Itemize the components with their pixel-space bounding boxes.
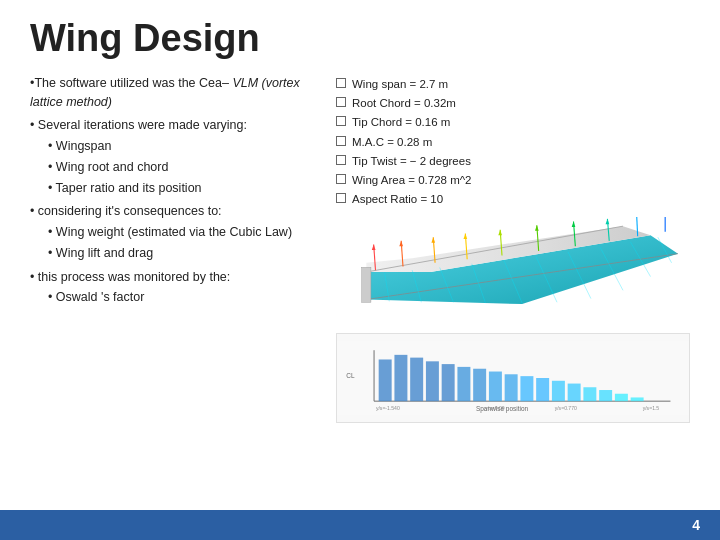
svg-marker-10 <box>372 244 376 250</box>
process-text: • this process was monitored by the: <box>30 268 320 287</box>
intro-text: •The software utilized was the Cea– VLM … <box>30 74 320 112</box>
spec-text-2: Root Chord = 0.32m <box>352 95 456 112</box>
spec-text-6: Wing Area = 0.728 m^2 <box>352 172 472 189</box>
wingspan-item: • Wingspan <box>48 137 320 156</box>
wing-lift-item: • Wing lift and drag <box>48 244 320 263</box>
svg-marker-11 <box>399 240 403 246</box>
iterations-header: • Several iterations were made varying: <box>30 116 320 135</box>
svg-marker-13 <box>464 233 468 239</box>
bar-14 <box>583 387 596 401</box>
spec-root-chord: Root Chord = 0.32m <box>336 95 690 112</box>
slide: Wing Design •The software utilized was t… <box>0 0 720 540</box>
chart-svg: CL Spanwise position y/s=-1.540 y/s=0.00… <box>337 334 689 422</box>
wing-root-rect <box>362 267 371 302</box>
bar-12 <box>552 380 565 400</box>
svg-marker-14 <box>498 229 502 235</box>
chart-label-mid2: y/s=0.770 <box>555 405 577 411</box>
bar-3 <box>410 357 423 401</box>
chart-area: CL Spanwise position y/s=-1.540 y/s=0.00… <box>336 333 690 423</box>
taper-ratio-item: • Taper ratio and its position <box>48 179 320 198</box>
spec-text-1: Wing span = 2.7 m <box>352 76 448 93</box>
intro-normal: •The software utilized was the Cea– <box>30 76 232 90</box>
checkbox-icon-7 <box>336 193 346 203</box>
checkbox-icon-2 <box>336 97 346 107</box>
bar-8 <box>489 371 502 401</box>
checkbox-icon-3 <box>336 116 346 126</box>
svg-marker-12 <box>431 237 435 243</box>
bar-2 <box>394 354 407 400</box>
bar-10 <box>520 376 533 401</box>
svg-marker-16 <box>572 221 576 227</box>
spec-wingspan: Wing span = 2.7 m <box>336 76 690 93</box>
bar-9 <box>505 374 518 401</box>
wing-weight-item: • Wing weight (estimated via the Cubic L… <box>48 223 320 242</box>
spec-tip-twist: Tip Twist = − 2 degrees <box>336 153 690 170</box>
bar-11 <box>536 378 549 401</box>
bar-7 <box>473 368 486 400</box>
chart-label-mid1: y/s=0.00 <box>485 405 505 411</box>
spec-text-4: M.A.C = 0.28 m <box>352 134 432 151</box>
checkbox-icon-1 <box>336 78 346 88</box>
checkbox-icon-5 <box>336 155 346 165</box>
bar-17 <box>631 397 644 401</box>
left-column: •The software utilized was the Cea– VLM … <box>30 74 320 500</box>
content-area: Wing Design •The software utilized was t… <box>0 0 720 510</box>
bar-4 <box>426 361 439 401</box>
spec-wing-area: Wing Area = 0.728 m^2 <box>336 172 690 189</box>
specs-list: Wing span = 2.7 m Root Chord = 0.32m Tip… <box>336 76 690 211</box>
wing-visualization <box>336 217 690 327</box>
chart-label-right: y/s=1.5 <box>643 405 660 411</box>
bottom-bar: 4 <box>0 510 720 540</box>
bar-6 <box>457 366 470 400</box>
bar-1 <box>379 359 392 401</box>
considering-text: • considering it's consequences to: <box>30 202 320 221</box>
spec-text-5: Tip Twist = − 2 degrees <box>352 153 471 170</box>
spec-tip-chord: Tip Chord = 0.16 m <box>336 114 690 131</box>
wing-svg <box>336 217 690 327</box>
spec-aspect-ratio: Aspect Ratio = 10 <box>336 191 690 208</box>
bar-13 <box>568 383 581 401</box>
bar-5 <box>442 364 455 401</box>
svg-marker-15 <box>535 225 539 231</box>
main-body: •The software utilized was the Cea– VLM … <box>30 74 690 500</box>
wing-root-item: • Wing root and chord <box>48 158 320 177</box>
bar-15 <box>599 390 612 401</box>
svg-marker-17 <box>606 218 610 224</box>
checkbox-icon-6 <box>336 174 346 184</box>
spec-mac: M.A.C = 0.28 m <box>336 134 690 151</box>
chart-label-left: y/s=-1.540 <box>376 405 400 411</box>
slide-title: Wing Design <box>30 18 690 60</box>
bar-16 <box>615 393 628 400</box>
oswald-item: • Oswald 's factor <box>48 288 320 307</box>
page-number: 4 <box>692 517 700 533</box>
checkbox-icon-4 <box>336 136 346 146</box>
spec-text-7: Aspect Ratio = 10 <box>352 191 443 208</box>
spec-text-3: Tip Chord = 0.16 m <box>352 114 450 131</box>
right-column: Wing span = 2.7 m Root Chord = 0.32m Tip… <box>336 74 690 500</box>
y-label: CL <box>346 372 355 379</box>
